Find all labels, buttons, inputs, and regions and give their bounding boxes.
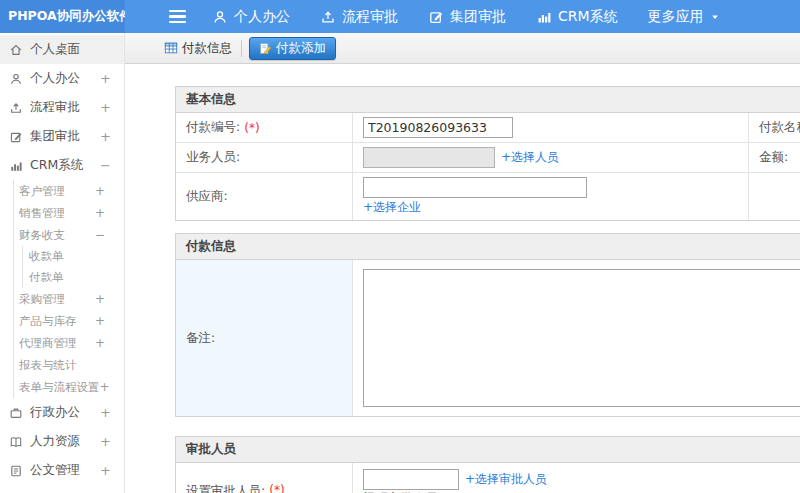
briefcase-icon [9,406,23,420]
sidebar-item-personal-office[interactable]: 个人办公 + [0,64,124,93]
payment-no-field-cell [353,113,749,142]
sales-person-input[interactable] [363,147,495,168]
row-remark: 备注: [176,260,800,416]
sidebar-item-agent-mgmt[interactable]: 代理商管理 + [19,332,124,354]
sidebar-item-admin-office[interactable]: 行政办公 + [0,398,124,427]
remark-label-cell: 备注: [176,260,353,416]
crm-submenu: 客户管理 + 销售管理 + 财务收支 − 收款单 付款单 采购管理 [13,180,124,398]
topmenu-more-apps[interactable]: 更多应用 [648,8,720,26]
payment-no-label: 付款编号: [186,119,240,136]
expand-toggle[interactable]: − [95,229,105,241]
payment-no-input[interactable] [363,117,513,138]
supplier-input[interactable] [363,177,587,198]
expand-toggle[interactable]: + [100,406,111,419]
sidebar-item-label: 个人桌面 [30,41,80,58]
expand-toggle[interactable]: + [100,381,110,393]
caret-down-icon [710,12,720,22]
expand-toggle[interactable]: + [95,337,105,349]
sidebar-item-group-approval[interactable]: 集团审批 + [0,122,124,151]
sidebar-item-finance[interactable]: 财务收支 − [19,224,124,246]
expand-toggle[interactable]: + [95,293,105,305]
tab-label: 付款添加 [276,40,326,57]
supplier-field-cell: +选择企业 [353,173,749,220]
section-title-approver: 审批人员 [176,437,800,463]
amount-label-cell: 金额: [749,143,800,172]
form-workarea: 基本信息 付款编号: (*) 付款名称: (*) [125,64,800,493]
edit-icon [428,9,444,25]
hamburger-menu-icon[interactable] [169,10,186,24]
payment-name-label: 付款名称: [759,119,800,136]
sidebar-item-form-flow-settings[interactable]: 表单与流程设置 + [19,376,124,398]
sales-field-cell: +选择人员 [353,143,749,172]
expand-toggle[interactable]: + [100,101,111,114]
supplier-label: 供应商: [186,188,228,205]
expand-toggle[interactable]: + [95,315,105,327]
expand-toggle[interactable]: + [95,207,105,219]
select-company-link[interactable]: +选择企业 [363,199,421,216]
document-icon [9,464,23,478]
expand-toggle[interactable]: + [100,464,111,477]
sidebar-item-label: 流程审批 [30,99,80,116]
top-menu: 个人办公 流程审批 集团审批 CRM系统 更多应用 [212,8,720,26]
home-icon [9,43,23,57]
sidebar-item-reports-stats[interactable]: 报表与统计 [19,354,124,376]
sidebar-item-label: 集团审批 [30,128,80,145]
expand-toggle[interactable]: + [100,72,111,85]
sidebar-item-product-inventory[interactable]: 产品与库存 + [19,310,124,332]
sidebar-item-workflow-approval[interactable]: 流程审批 + [0,93,124,122]
sidebar-item-sales-mgmt[interactable]: 销售管理 + [19,202,124,224]
topmenu-personal-office[interactable]: 个人办公 [212,8,290,26]
sidebar-item-official-docs[interactable]: 公文管理 + [0,456,124,485]
topmenu-label: CRM系统 [558,8,618,26]
sidebar-item-human-resources[interactable]: 人力资源 + [0,427,124,456]
sidebar-item-customer-mgmt[interactable]: 客户管理 + [19,180,124,202]
required-mark: (*) [269,483,284,493]
sidebar-item-label: 人力资源 [30,433,80,450]
expand-toggle[interactable]: + [100,130,111,143]
select-person-link[interactable]: +选择人员 [501,149,559,166]
edit-icon [9,130,23,144]
sales-label: 业务人员: [186,149,240,166]
sidebar-item-receipt-order[interactable]: 收款单 [29,246,124,267]
sidebar-item-payment-order[interactable]: 付款单 [29,267,124,288]
tab-payment-add[interactable]: 付款添加 [249,37,336,60]
sidebar-item-label: 公文管理 [30,462,80,479]
chart-icon [9,159,23,173]
expand-toggle[interactable]: − [100,159,111,172]
sidebar-item-label: 客户管理 [19,184,65,199]
approver-input[interactable] [363,469,459,490]
expand-toggle[interactable]: + [95,185,105,197]
approver-label-cell: 设置审批人员: (*) [176,463,353,493]
flow-icon [320,9,336,25]
approver-label: 设置审批人员: [186,483,265,493]
tab-label: 付款信息 [182,40,232,57]
sidebar-item-label: 行政办公 [30,404,80,421]
supplier-label-cell: 供应商: [176,173,353,220]
sidebar-item-label: 表单与流程设置 [19,380,100,395]
topmenu-group-approval[interactable]: 集团审批 [428,8,506,26]
topmenu-label: 个人办公 [234,8,290,26]
row-sales-person: 业务人员: +选择人员 金额: [176,143,800,173]
empty-label-cell [749,173,800,220]
sidebar-item-label: 销售管理 [19,206,65,221]
expand-toggle[interactable]: + [100,435,111,448]
user-icon [9,72,23,86]
sidebar-item-crm-system[interactable]: CRM系统 − [0,151,124,180]
approver-field-cell: +选择审批人员 提醒审批人员: 短消息提示 注：流程第一步审批人员，这里选择你的… [353,463,800,493]
select-approver-link[interactable]: +选择审批人员 [465,471,547,488]
app-logo: PHPOA协同办公软件 [0,0,125,33]
remark-textarea[interactable] [363,269,800,407]
remark-label: 备注: [186,330,215,347]
basic-info-panel: 基本信息 付款编号: (*) 付款名称: (*) [175,86,800,221]
section-title-basic: 基本信息 [176,87,800,113]
topmenu-workflow-approval[interactable]: 流程审批 [320,8,398,26]
tab-payment-list[interactable]: 付款信息 [155,33,241,63]
row-payment-no: 付款编号: (*) 付款名称: (*) [176,113,800,143]
topmenu-crm-system[interactable]: CRM系统 [536,8,618,26]
sidebar-item-personal-desktop[interactable]: 个人桌面 [0,35,124,64]
finance-submenu: 收款单 付款单 [22,246,124,288]
topmenu-label: 更多应用 [648,8,704,26]
sidebar-item-label: 产品与库存 [19,314,77,329]
sidebar-item-purchase-mgmt[interactable]: 采购管理 + [19,288,124,310]
sales-label-cell: 业务人员: [176,143,353,172]
